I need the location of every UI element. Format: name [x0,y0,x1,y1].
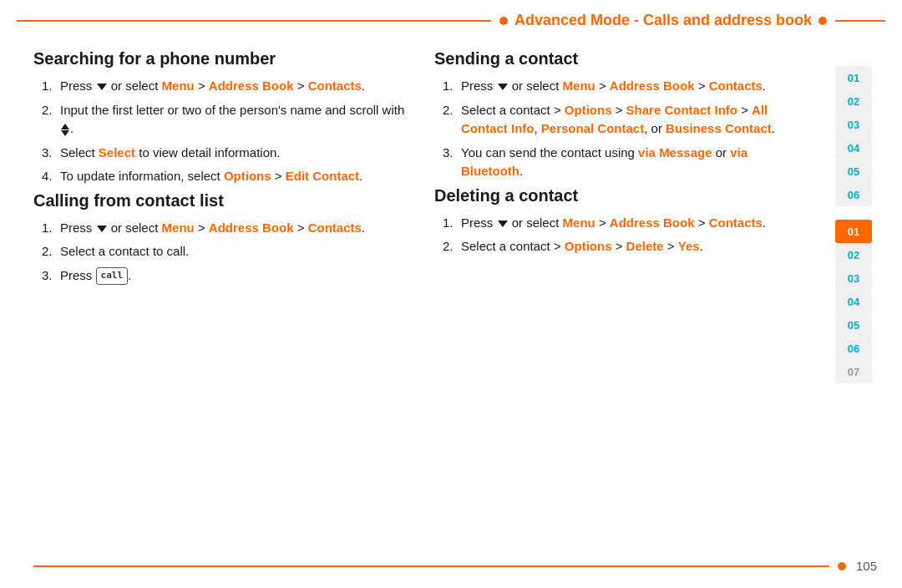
list-item: Select a contact > Options > Share Conta… [443,101,810,139]
footer-line [33,565,829,567]
section-deleting-title: Deleting a contact [434,186,810,205]
header-line-left [17,20,491,22]
list-item: Press or select Menu > Address Book > Co… [42,77,409,96]
yes-link: Yes [678,239,700,253]
page-header: Advanced Mode - Calls and address book [0,0,902,41]
list-item: Select Select to view detail information… [42,144,409,163]
nav-item-top-01[interactable]: 01 [835,66,872,89]
menu-link: Menu [162,79,195,93]
chevron-up-down-icon [61,124,69,136]
contacts-link: Contacts [308,79,362,93]
header-dot-left [499,17,508,25]
menu-link: Menu [563,215,595,230]
list-item: To update information, select Options > … [42,167,409,186]
page-footer: 105 [0,559,902,573]
bottom-nav-group: 01 02 03 04 05 06 07 [835,220,877,383]
section-searching-list: Press or select Menu > Address Book > Co… [33,77,409,186]
address-book-link: Address Book [209,220,294,235]
nav-item-bottom-06[interactable]: 06 [835,337,872,360]
contacts-link: Contacts [709,215,763,230]
section-searching-title: Searching for a phone number [33,49,409,68]
footer-dot [838,562,846,570]
page-title: Advanced Mode - Calls and address book [514,12,812,29]
nav-item-bottom-03[interactable]: 03 [835,266,872,290]
via-message-link: via Message [638,145,712,160]
left-column: Searching for a phone number Press or se… [33,49,409,537]
list-item: Press or select Menu > Address Book > Co… [42,219,409,238]
select-link: Select [99,145,135,160]
nav-item-top-04[interactable]: 04 [835,136,872,160]
options-link: Options [224,169,271,183]
list-item: Input the first letter or two of the per… [42,101,409,139]
nav-item-bottom-04[interactable]: 04 [835,290,872,313]
main-content: Searching for a phone number Press or se… [0,41,902,545]
nav-item-bottom-05[interactable]: 05 [835,313,872,337]
chevron-down-icon [498,220,508,227]
contacts-link: Contacts [308,220,362,235]
nav-item-top-06[interactable]: 06 [835,183,872,206]
address-book-link: Address Book [209,79,294,93]
list-item: Select a contact to call. [42,242,409,261]
section-sending: Sending a contact Press or select Menu >… [434,49,810,181]
address-book-link: Address Book [610,215,695,230]
chevron-down-icon [97,84,107,90]
nav-item-bottom-07[interactable]: 07 [835,360,872,383]
list-item: Press call. [42,266,409,286]
header-dot-right [818,17,827,25]
section-calling-title: Calling from contact list [33,191,409,210]
delete-link: Delete [626,239,664,253]
section-sending-list: Press or select Menu > Address Book > Co… [434,77,810,181]
nav-item-top-03[interactable]: 03 [835,113,872,136]
list-item: You can send the contact using via Messa… [443,144,810,181]
contacts-link: Contacts [709,79,763,93]
menu-link: Menu [162,220,195,235]
list-item: Press or select Menu > Address Book > Co… [443,77,810,96]
business-contact-link: Business Contact [666,121,772,135]
chevron-down-icon [498,84,508,90]
menu-link: Menu [563,79,595,93]
address-book-link: Address Book [610,79,695,93]
nav-item-top-02[interactable]: 02 [835,89,872,113]
edit-contact-link: Edit Contact [286,169,359,183]
personal-contact-link: Personal Contact [541,121,644,135]
section-sending-title: Sending a contact [434,49,810,68]
section-calling-list: Press or select Menu > Address Book > Co… [33,219,409,286]
nav-item-top-05[interactable]: 05 [835,160,872,183]
section-calling: Calling from contact list Press or selec… [33,191,409,286]
section-deleting-list: Press or select Menu > Address Book > Co… [434,214,810,256]
section-searching: Searching for a phone number Press or se… [33,49,409,186]
right-column: Sending a contact Press or select Menu >… [434,49,810,537]
section-deleting: Deleting a contact Press or select Menu … [434,186,810,256]
share-contact-link: Share Contact Info [626,103,737,117]
header-line-right [835,20,885,22]
call-button-icon: call [96,267,129,285]
list-item: Select a contact > Options > Delete > Ye… [443,237,810,256]
side-navigation: 01 02 03 04 05 06 01 02 03 04 05 06 07 [835,49,877,537]
options-link: Options [565,103,612,117]
page-number: 105 [856,559,877,573]
options-link: Options [565,239,612,253]
nav-item-bottom-02[interactable]: 02 [835,243,872,266]
chevron-down-icon [97,226,107,232]
nav-item-bottom-01[interactable]: 01 [835,220,872,243]
top-nav-group: 01 02 03 04 05 06 [835,66,877,206]
list-item: Press or select Menu > Address Book > Co… [443,214,810,233]
